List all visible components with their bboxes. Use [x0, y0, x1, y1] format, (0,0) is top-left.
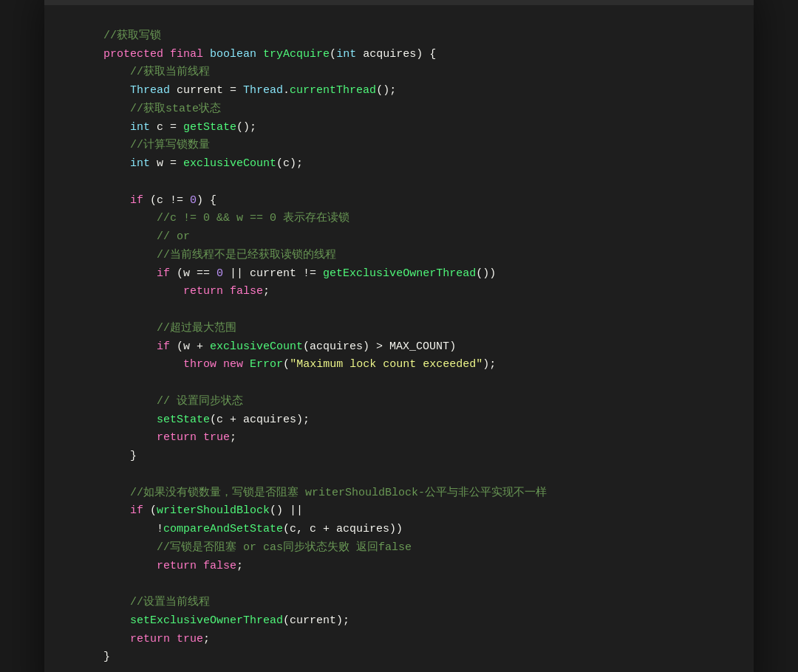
line-comment-no-lock: //如果没有锁数量，写锁是否阻塞 writerShouldBlock-公平与非公… [103, 484, 717, 503]
line-return-true-2: return true; [103, 631, 717, 649]
line-int-w: int w = exclusiveCount(c); [103, 155, 717, 174]
line-comment-or: // or [103, 228, 717, 247]
line-comment-state: //获取state状态 [103, 100, 717, 119]
line-comment-cas-fail: //写锁是否阻塞 or cas同步状态失败 返回false [103, 539, 717, 558]
line-close-brace-2: } [103, 648, 717, 667]
line-set-state: setState(c + acquires); [103, 411, 717, 430]
line-comment-count: //计算写锁数量 [103, 137, 717, 155]
line-if-writer: if (writerShouldBlock() || [103, 502, 717, 521]
line-thread-current: Thread current = Thread.currentThread(); [103, 82, 717, 100]
line-if-c: if (c != 0) { [103, 192, 717, 210]
code-window: //获取写锁 protected final boolean tryAcquir… [44, 0, 754, 672]
line-return-false-2: return false; [103, 558, 717, 576]
line-int-c: int c = getState(); [103, 119, 717, 137]
line-blank-1 [103, 174, 717, 192]
line-comment-thread: //获取当前线程 [103, 64, 717, 82]
line-blank-2 [103, 301, 717, 320]
line-comment-set-sync: // 设置同步状态 [103, 393, 717, 411]
line-method-sig: protected final boolean tryAcquire(int a… [103, 46, 717, 64]
line-comment-c-ne-0: //c != 0 && w == 0 表示存在读锁 [103, 210, 717, 228]
line-return-true-1: return true; [103, 429, 717, 448]
title-bar [44, 0, 754, 5]
line-blank-3 [103, 374, 717, 393]
line-return-false-1: return false; [103, 283, 717, 301]
line-comment-max: //超过最大范围 [103, 320, 717, 338]
line-blank-4 [103, 466, 717, 484]
line-set-exclusive: setExclusiveOwnerThread(current); [103, 612, 717, 631]
line-not-compare: !compareAndSetState(c, c + acquires)) [103, 521, 717, 539]
line-if-max: if (w + exclusiveCount(acquires) > MAX_C… [103, 338, 717, 357]
line-throw-error: throw new Error("Maximum lock count exce… [103, 356, 717, 374]
line-close-brace-1: } [103, 448, 717, 466]
line-comment-set-thread: //设置当前线程 [103, 594, 717, 612]
line-comment-acquire: //获取写锁 [103, 27, 717, 46]
line-comment-not-owner: //当前线程不是已经获取读锁的线程 [103, 247, 717, 265]
line-blank-5 [103, 575, 717, 594]
line-if-w-eq-0: if (w == 0 || current != getExclusiveOwn… [103, 265, 717, 284]
code-editor: //获取写锁 protected final boolean tryAcquir… [44, 5, 754, 672]
